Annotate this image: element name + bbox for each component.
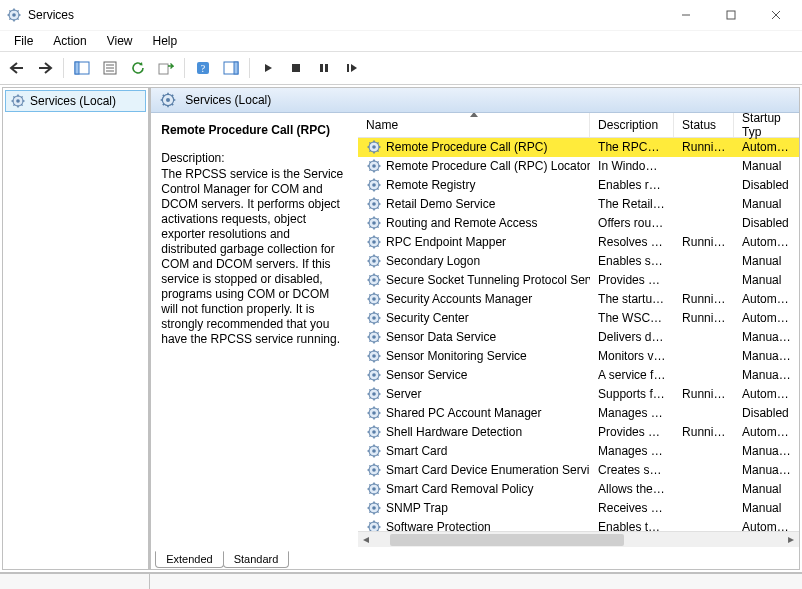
service-name: SNMP Trap	[386, 501, 448, 515]
cell-name: RPC Endpoint Mapper	[358, 234, 590, 250]
restart-service-button[interactable]	[339, 55, 365, 81]
column-description-label: Description	[598, 118, 658, 132]
column-startup-label: Startup Typ	[742, 113, 791, 139]
table-row[interactable]: RPC Endpoint MapperResolves RP...Running…	[358, 233, 799, 252]
tab-standard[interactable]: Standard	[223, 551, 290, 568]
column-status-label: Status	[682, 118, 716, 132]
table-row[interactable]: Routing and Remote AccessOffers routi...…	[358, 214, 799, 233]
tab-extended-label: Extended	[166, 553, 212, 565]
service-name: Shell Hardware Detection	[386, 425, 522, 439]
table-body[interactable]: Remote Procedure Call (RPC)The RPCSS s..…	[358, 138, 799, 531]
scroll-left-icon[interactable]: ◂	[358, 532, 374, 548]
cell-startup: Disabled	[734, 178, 799, 192]
cell-name: Routing and Remote Access	[358, 215, 590, 231]
table-row[interactable]: Sensor Data ServiceDelivers dat...Manual…	[358, 328, 799, 347]
table-row[interactable]: Sensor ServiceA service fo...Manual (Tr	[358, 366, 799, 385]
scroll-right-icon[interactable]: ▸	[783, 532, 799, 548]
selected-service-title: Remote Procedure Call (RPC)	[161, 123, 348, 137]
cell-name: Remote Registry	[358, 177, 590, 193]
cell-name: Smart Card Removal Policy	[358, 481, 590, 497]
cell-description: In Windows...	[590, 159, 674, 173]
minimize-button[interactable]	[663, 0, 708, 30]
table-row[interactable]: Shared PC Account ManagerManages pr...Di…	[358, 404, 799, 423]
stop-service-button[interactable]	[283, 55, 309, 81]
back-button[interactable]	[4, 55, 30, 81]
cell-startup: Manual	[734, 159, 799, 173]
svg-rect-25	[292, 64, 300, 72]
menu-action[interactable]: Action	[45, 32, 94, 50]
gear-icon	[366, 405, 382, 421]
cell-name: Shared PC Account Manager	[358, 405, 590, 421]
gear-icon	[366, 253, 382, 269]
gear-icon	[366, 196, 382, 212]
tab-bar: Extended Standard	[151, 547, 799, 569]
table-row[interactable]: Software ProtectionEnables the ...Automa…	[358, 518, 799, 531]
svg-rect-11	[727, 11, 735, 19]
close-button[interactable]	[753, 0, 798, 30]
table-row[interactable]: Smart Card Removal PolicyAllows the s...…	[358, 480, 799, 499]
gear-icon	[366, 386, 382, 402]
cell-startup: Disabled	[734, 216, 799, 230]
cell-startup: Automatic	[734, 140, 799, 154]
table-row[interactable]: Smart Card Device Enumeration ServiceCre…	[358, 461, 799, 480]
export-list-button[interactable]	[153, 55, 179, 81]
gear-icon	[366, 424, 382, 440]
column-status[interactable]: Status	[674, 113, 734, 137]
cell-description: Provides no...	[590, 425, 674, 439]
table-row[interactable]: Remote Procedure Call (RPC)The RPCSS s..…	[358, 138, 799, 157]
cell-startup: Manual	[734, 254, 799, 268]
gear-icon	[366, 481, 382, 497]
table-row[interactable]: Retail Demo ServiceThe Retail D...Manual	[358, 195, 799, 214]
cell-name: Sensor Data Service	[358, 329, 590, 345]
table-row[interactable]: Smart CardManages ac...Manual (Tr	[358, 442, 799, 461]
action-pane-button[interactable]	[218, 55, 244, 81]
table-row[interactable]: ServerSupports fil...RunningAutomatic	[358, 385, 799, 404]
cell-description: Resolves RP...	[590, 235, 674, 249]
svg-rect-15	[75, 62, 79, 74]
column-description[interactable]: Description	[590, 113, 674, 137]
menu-bar: File Action View Help	[0, 31, 802, 51]
column-name[interactable]: Name	[358, 113, 590, 137]
maximize-button[interactable]	[708, 0, 753, 30]
horizontal-scrollbar[interactable]: ◂ ▸	[358, 531, 799, 548]
table-row[interactable]: Secure Socket Tunneling Protocol Serv...…	[358, 271, 799, 290]
tree-root-label: Services (Local)	[30, 94, 116, 108]
gear-icon	[366, 348, 382, 364]
cell-startup: Automatic	[734, 520, 799, 530]
properties-button[interactable]	[97, 55, 123, 81]
start-service-button[interactable]	[255, 55, 281, 81]
gear-icon	[366, 500, 382, 516]
cell-name: Secondary Logon	[358, 253, 590, 269]
cell-name: Smart Card	[358, 443, 590, 459]
cell-description: Creates soft...	[590, 463, 674, 477]
table-row[interactable]: Security CenterThe WSCSV...RunningAutoma…	[358, 309, 799, 328]
column-startup[interactable]: Startup Typ	[734, 113, 799, 137]
tab-extended[interactable]: Extended	[155, 551, 223, 568]
cell-name: Secure Socket Tunneling Protocol Serv...	[358, 272, 590, 288]
show-hide-tree-button[interactable]	[69, 55, 95, 81]
cell-name: Server	[358, 386, 590, 402]
table-row[interactable]: Sensor Monitoring ServiceMonitors va...M…	[358, 347, 799, 366]
table-row[interactable]: Remote Procedure Call (RPC) LocatorIn Wi…	[358, 157, 799, 176]
gear-icon	[366, 443, 382, 459]
table-row[interactable]: Security Accounts ManagerThe startup ...…	[358, 290, 799, 309]
table-row[interactable]: SNMP TrapReceives tra...Manual	[358, 499, 799, 518]
svg-text:?: ?	[201, 63, 206, 74]
gear-icon	[366, 310, 382, 326]
service-name: Routing and Remote Access	[386, 216, 537, 230]
menu-help[interactable]: Help	[145, 32, 186, 50]
help-button[interactable]: ?	[190, 55, 216, 81]
table-row[interactable]: Secondary LogonEnables star...Manual	[358, 252, 799, 271]
pause-service-button[interactable]	[311, 55, 337, 81]
svg-rect-28	[347, 64, 349, 72]
menu-view[interactable]: View	[99, 32, 141, 50]
refresh-button[interactable]	[125, 55, 151, 81]
table-row[interactable]: Remote RegistryEnables rem...Disabled	[358, 176, 799, 195]
menu-file[interactable]: File	[6, 32, 41, 50]
table-row[interactable]: Shell Hardware DetectionProvides no...Ru…	[358, 423, 799, 442]
tree-root-item[interactable]: Services (Local)	[5, 90, 146, 112]
forward-button[interactable]	[32, 55, 58, 81]
service-name: Secure Socket Tunneling Protocol Serv...	[386, 273, 590, 287]
cell-startup: Manual	[734, 482, 799, 496]
scroll-thumb[interactable]	[390, 534, 624, 546]
